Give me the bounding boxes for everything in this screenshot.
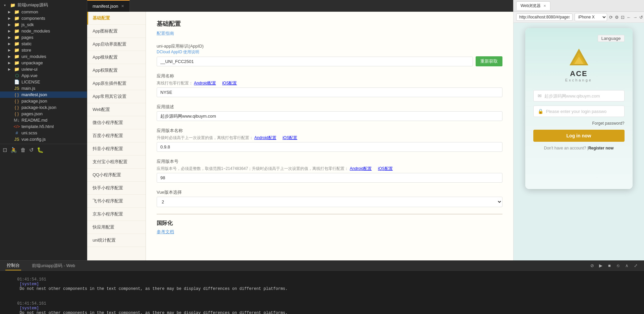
config-nav: 基础配置 App图标配置 App启动界面配置 App模块配置 App权限配置 A… — [87, 12, 146, 260]
config-nav-app-permission[interactable]: App权限配置 — [87, 64, 146, 77]
config-nav-alipay[interactable]: 支付宝小程序配置 — [87, 155, 146, 169]
bottom-tab-console[interactable]: 控制台 — [5, 261, 21, 270]
ios-config-link[interactable]: iOS配置 — [222, 81, 237, 85]
appid-refresh-button[interactable]: 重新获取 — [476, 56, 502, 66]
browser-tab-close-icon[interactable]: ✕ — [543, 4, 546, 8]
config-nav-jd[interactable]: 京东小程序配置 — [87, 208, 146, 221]
html-file-icon: </> — [13, 124, 20, 129]
forward-icon[interactable]: → — [633, 13, 637, 21]
versionname-input[interactable] — [157, 142, 502, 152]
forget-password[interactable]: Forget password? — [533, 121, 625, 126]
config-nav-fast[interactable]: 快应用配置 — [87, 221, 146, 234]
config-guide-link[interactable]: 配置指南 — [157, 30, 502, 37]
sidebar-root-label: 前端uniapp源码 — [17, 2, 84, 8]
sidebar-item-pagesjson[interactable]: { } pages.json — [0, 111, 87, 117]
config-nav-tiktok[interactable]: 抖音小程序配置 — [87, 142, 146, 155]
browser-tab[interactable]: Web浏览器 ✕ — [516, 1, 550, 10]
i18n-ref-link[interactable]: 参考文档 — [157, 229, 174, 234]
run-icon[interactable]: 🚴 — [10, 147, 17, 153]
appname-input[interactable] — [157, 87, 502, 97]
sidebar-item-packagelockjson[interactable]: { } package-lock.json — [0, 104, 87, 111]
config-nav-uni-stats[interactable]: uni统计配置 — [87, 234, 146, 247]
browser-panel: Web浏览器 ✕ iPhone X iPhone 12 iPad Respons… — [513, 0, 644, 260]
sidebar-item-common[interactable]: ▶ 📁 common — [0, 9, 87, 15]
sidebar-item-nodemodules[interactable]: ▶ 📁 node_modules — [0, 28, 87, 34]
css-file-icon: # — [13, 130, 20, 135]
sidebar-item-store[interactable]: ▶ 📁 store — [0, 47, 87, 53]
sidebar-item-static[interactable]: ▶ 📁 static — [0, 41, 87, 47]
back-icon[interactable]: ← — [627, 13, 631, 21]
trash-icon[interactable]: 🗑 — [20, 147, 26, 153]
appid-input[interactable] — [157, 57, 473, 66]
sidebar-item-unimodules[interactable]: ▶ 📁 uni_modules — [0, 53, 87, 60]
sidebar-item-uviewui[interactable]: ▶ 📁 uview-ui — [0, 66, 87, 72]
sidebar: ▾ 📁 前端uniapp源码 ▶ 📁 common ▶ 📁 components… — [0, 0, 87, 260]
stop-icon[interactable]: ■ — [606, 263, 612, 269]
play-icon[interactable]: ▶ — [598, 263, 604, 269]
versioncode-android-link[interactable]: Android配置 — [350, 166, 372, 171]
sidebar-item-label: App.vue — [21, 73, 84, 78]
sidebar-root[interactable]: ▾ 📁 前端uniapp源码 — [0, 1, 87, 9]
config-nav-app-icon[interactable]: App图标配置 — [87, 25, 146, 38]
browser-url-input[interactable] — [516, 13, 573, 21]
reload-icon[interactable]: ↺ — [639, 13, 643, 21]
browser-device-select[interactable]: iPhone X iPhone 12 iPad Responsive — [575, 13, 607, 21]
versionname-android-link[interactable]: Android配置 — [254, 135, 276, 140]
sidebar-item-appvue[interactable]: ⬡ App.vue — [0, 72, 87, 79]
ace-logo: ACE Exchange — [565, 47, 592, 82]
config-nav-wechat[interactable]: 微信小程序配置 — [87, 116, 146, 129]
rotate-icon[interactable]: ⟳ — [609, 13, 613, 21]
appdesc-input[interactable] — [157, 111, 502, 121]
sidebar-item-mainjs[interactable]: JS main.js — [0, 85, 87, 91]
config-nav-app-native[interactable]: App原生插件配置 — [87, 77, 146, 90]
terminal-icon[interactable]: ⊡ — [3, 147, 7, 153]
sidebar-item-unpackage[interactable]: ▶ 📁 unpackage — [0, 60, 87, 66]
tab-close-icon[interactable]: ✕ — [121, 4, 124, 8]
manifest-tab[interactable]: manifest.json ✕ — [87, 0, 130, 12]
android-config-link[interactable]: Android配置 — [194, 81, 216, 85]
bug-icon[interactable]: 🐛 — [37, 147, 44, 153]
screenshot-icon[interactable]: ⊡ — [621, 13, 625, 21]
sidebar-tree: ▾ 📁 前端uniapp源码 ▶ 📁 common ▶ 📁 components… — [0, 0, 87, 144]
config-nav-app-other[interactable]: App常用其它设置 — [87, 90, 146, 103]
email-input[interactable] — [544, 93, 620, 99]
sidebar-item-packagejson[interactable]: { } package.json — [0, 98, 87, 104]
language-button[interactable]: Language — [598, 35, 625, 42]
sidebar-item-manifestjson[interactable]: { } manifest.json — [0, 91, 87, 98]
config-nav-qq[interactable]: QQ小程序配置 — [87, 169, 146, 182]
register-link[interactable]: Register now — [588, 146, 613, 150]
email-icon: ✉ — [538, 93, 542, 99]
config-nav-app-launch[interactable]: App启动界面配置 — [87, 38, 146, 51]
password-input[interactable] — [546, 109, 620, 114]
login-button[interactable]: Log in now — [533, 130, 625, 142]
sidebar-item-vueconfigjs[interactable]: JS vue.config.js — [0, 136, 87, 142]
config-nav-kuaishou[interactable]: 快手小程序配置 — [87, 182, 146, 195]
export-icon[interactable]: ⎋ — [615, 263, 621, 269]
sidebar-item-label: js_sdk — [21, 22, 84, 27]
sidebar-item-jssdk[interactable]: ▶ 📁 js_sdk — [0, 21, 87, 28]
config-nav-baidu[interactable]: 百度小程序配置 — [87, 129, 146, 142]
settings-icon[interactable]: ⚙ — [615, 13, 619, 21]
versionname-ios-link[interactable]: iOS配置 — [282, 135, 297, 140]
config-nav-feishu[interactable]: 飞书小程序配置 — [87, 195, 146, 208]
config-nav-basic[interactable]: 基础配置 — [87, 12, 146, 25]
config-nav-app-module[interactable]: App模块配置 — [87, 51, 146, 64]
vueversion-select[interactable]: 2 3 — [157, 197, 502, 207]
maximize-icon[interactable]: ⤢ — [633, 263, 639, 269]
sidebar-item-templatehtml[interactable]: </> template.h5.html — [0, 123, 87, 130]
i18n-section: 国际化 参考文档 — [157, 214, 502, 235]
sidebar-item-pages[interactable]: ▶ 📁 pages — [0, 34, 87, 41]
dcloud-link[interactable]: DCloud AppID 使用说明 — [157, 50, 199, 54]
sidebar-item-uniscss[interactable]: # uni.scss — [0, 130, 87, 136]
versioncode-input[interactable] — [157, 173, 502, 183]
arrow-icon: ▶ — [8, 16, 13, 20]
sidebar-item-license[interactable]: 📄 LICENSE — [0, 79, 87, 85]
refresh-icon[interactable]: ↺ — [29, 147, 34, 153]
filter-icon[interactable]: ⊘ — [589, 263, 595, 269]
expand-icon[interactable]: ∧ — [624, 263, 630, 269]
sidebar-item-readme[interactable]: M↓ README.md — [0, 117, 87, 123]
sidebar-item-components[interactable]: ▶ 📁 components — [0, 15, 87, 21]
versioncode-ios-link[interactable]: iOS配置 — [378, 166, 393, 171]
config-nav-web[interactable]: Web配置 — [87, 103, 146, 116]
versionname-section: 应用版本名称 升级时必须高于上一次设置的值，离线打包零行配置： Android配… — [157, 128, 502, 152]
